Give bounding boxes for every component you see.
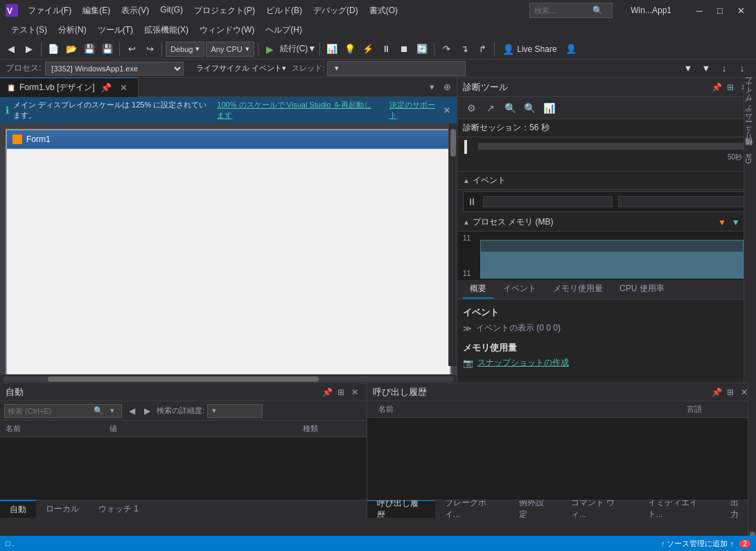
toolbar-back[interactable]: ◀ [3, 41, 19, 58]
notification-link1[interactable]: 100% のスケールで Visual Studio を再起動します [217, 100, 373, 121]
tab-breakpoints[interactable]: ブレークポイ... [435, 500, 510, 518]
menu-git[interactable]: Git(G) [155, 2, 188, 19]
toolbar-pause[interactable]: ⏸ [378, 41, 394, 58]
designer-area[interactable]: Form1 [0, 123, 457, 374]
menu-build[interactable]: ビルド(B) [261, 2, 308, 19]
restore-button[interactable]: □ [710, 3, 730, 18]
menu-extensions[interactable]: 拡張機能(X) [139, 21, 194, 39]
pause-icon[interactable]: ⏸ [464, 193, 480, 210]
diag-zoom-out-btn[interactable]: 🔍 [521, 100, 538, 116]
tab-watch[interactable]: ウォッチ 1 [89, 500, 148, 518]
form-body[interactable] [7, 148, 450, 149]
menu-format[interactable]: 書式(O) [364, 2, 403, 19]
toolbar-step-out[interactable]: ↱ [474, 41, 491, 58]
diag-tab-events[interactable]: イベント [496, 280, 543, 299]
diag-memory-header[interactable]: ▲ プロセス メモリ (MB) ▼ ▼ ● [463, 215, 750, 229]
process-select[interactable]: [3352] WindowsApp1.exe [45, 62, 184, 76]
diag-tab-memory[interactable]: メモリ使用量 [546, 280, 610, 299]
tab-pin[interactable]: 📌 [99, 80, 113, 94]
search-detail-dropdown[interactable]: ▾ [207, 404, 263, 418]
nav-forward-btn[interactable]: ▶ [140, 404, 154, 418]
menu-test[interactable]: テスト(S) [6, 21, 53, 39]
toolbar-mem[interactable]: 💡 [342, 41, 358, 58]
auto-panel-close[interactable]: ✕ [349, 386, 361, 399]
tab-callstack[interactable]: 呼び出し履歴 [367, 500, 435, 518]
menu-window[interactable]: ウィンドウ(W) [194, 21, 260, 39]
toolbar-redo[interactable]: ↪ [141, 41, 158, 58]
tab-immediate[interactable]: イミディエイト... [638, 500, 721, 518]
toolbar-save[interactable]: 💾 [81, 41, 98, 58]
diag-zoom-in-btn[interactable]: 🔍 [502, 100, 518, 116]
diag-export-btn[interactable]: ↗ [482, 100, 499, 116]
toolbar-forward[interactable]: ▶ [21, 41, 37, 58]
side-tab-designer[interactable]: リュームデザイナー [744, 78, 756, 148]
menu-view[interactable]: 表示(V) [116, 2, 155, 19]
minimize-button[interactable]: ─ [689, 3, 709, 18]
designer-scrollbar-v[interactable] [448, 123, 457, 366]
title-search[interactable]: 🔍 [529, 3, 613, 18]
auto-search-input[interactable] [8, 407, 91, 415]
tab-chevron-down[interactable]: ▾ [425, 80, 439, 94]
menu-tools[interactable]: ツール(T) [92, 21, 139, 39]
menu-edit[interactable]: 編集(E) [77, 2, 116, 19]
toolbar-new[interactable]: 📄 [45, 41, 62, 58]
designer-scrollbar-h[interactable] [0, 374, 457, 383]
arrow-btn[interactable]: ↓ [716, 60, 732, 77]
toolbar-cpu[interactable]: ⚡ [360, 41, 376, 58]
toolbar-stop[interactable]: ⏹ [396, 41, 412, 58]
menu-help[interactable]: ヘルプ(H) [260, 21, 308, 39]
toolbar-step-over[interactable]: ↷ [438, 41, 455, 58]
diag-chart-btn[interactable]: 📊 [540, 100, 557, 116]
status-source-control[interactable]: ↑ ソース管理に追加 ↑ [661, 539, 734, 549]
toolbar-profile[interactable]: 👤 [563, 41, 579, 58]
callstack-float[interactable]: ⊞ [724, 386, 737, 399]
diag-tab-cpu[interactable]: CPU 使用率 [613, 280, 671, 299]
toolbar-undo[interactable]: ↩ [123, 41, 140, 58]
live-share-button[interactable]: 👤 Live Share [498, 42, 561, 56]
auto-panel-float[interactable]: ⊞ [335, 386, 347, 399]
debug-config-dropdown[interactable]: Debug ▾ [166, 42, 204, 57]
auto-search-btn[interactable]: 🔍 [92, 405, 105, 417]
form-designer-tab[interactable]: 📋 Form1.vb [デザイン] 📌 ✕ [0, 78, 139, 97]
toolbar-open[interactable]: 📂 [63, 41, 80, 58]
notification-link2[interactable]: 決定のサポート [389, 100, 439, 121]
diag-event-header[interactable]: ▲ イベント [463, 173, 750, 188]
menu-debug[interactable]: デバッグ(D) [308, 2, 364, 19]
toolbar-restart[interactable]: 🔄 [414, 41, 430, 58]
menu-file[interactable]: ファイル(F) [22, 2, 77, 19]
tab-close[interactable]: ✕ [117, 80, 131, 94]
diag-settings-btn[interactable]: ⚙ [463, 100, 480, 116]
filter-btn[interactable]: ▼ [680, 60, 696, 77]
diag-float-btn[interactable]: ⊞ [724, 81, 737, 94]
tab-exceptions[interactable]: 例外設定 [509, 500, 561, 518]
tab-auto[interactable]: 自動 [0, 500, 36, 518]
tab-new-vert[interactable]: ⊕ [440, 80, 454, 94]
menu-project[interactable]: プロジェクト(P) [188, 2, 261, 19]
menu-analysis[interactable]: 分析(N) [53, 21, 92, 39]
side-tab-git[interactable]: Git 情報 [744, 148, 756, 168]
toolbar-perf[interactable]: 📊 [324, 41, 340, 58]
toolbar-step-in[interactable]: ↴ [456, 41, 473, 58]
lower-memory-text[interactable]: スナップショットの作成 [477, 357, 569, 369]
toolbar-save-all[interactable]: 💾 [99, 41, 116, 58]
tab-command[interactable]: コマンド ウィ... [561, 500, 638, 518]
auto-search-dropdown[interactable]: ▾ [106, 405, 118, 417]
lifecycle-button[interactable]: ライフサイクル イベント ▾ [193, 60, 289, 77]
close-button[interactable]: ✕ [731, 3, 750, 18]
notification-close[interactable]: ✕ [443, 105, 451, 116]
filter-btn2[interactable]: ▼ [698, 60, 714, 77]
diag-pin-btn[interactable]: 📌 [710, 81, 723, 94]
auto-search-wrap[interactable]: 🔍 ▾ [4, 404, 122, 418]
cpu-config-dropdown[interactable]: Any CPU ▾ [206, 42, 254, 57]
scrollbar-track[interactable] [3, 376, 454, 382]
form-window[interactable]: Form1 [6, 129, 451, 374]
tab-local[interactable]: ローカル [36, 500, 89, 518]
auto-panel-pin[interactable]: 📌 [321, 386, 333, 399]
callstack-pin[interactable]: 📌 [710, 386, 723, 399]
thread-dropdown[interactable]: ▾ [327, 61, 466, 76]
run-button[interactable]: ▶ [262, 41, 279, 58]
title-search-input[interactable] [534, 6, 590, 15]
diag-tab-summary[interactable]: 概要 [463, 280, 493, 299]
arrow-btn2[interactable]: ↓ [734, 60, 750, 77]
nav-back-btn[interactable]: ◀ [125, 404, 139, 418]
